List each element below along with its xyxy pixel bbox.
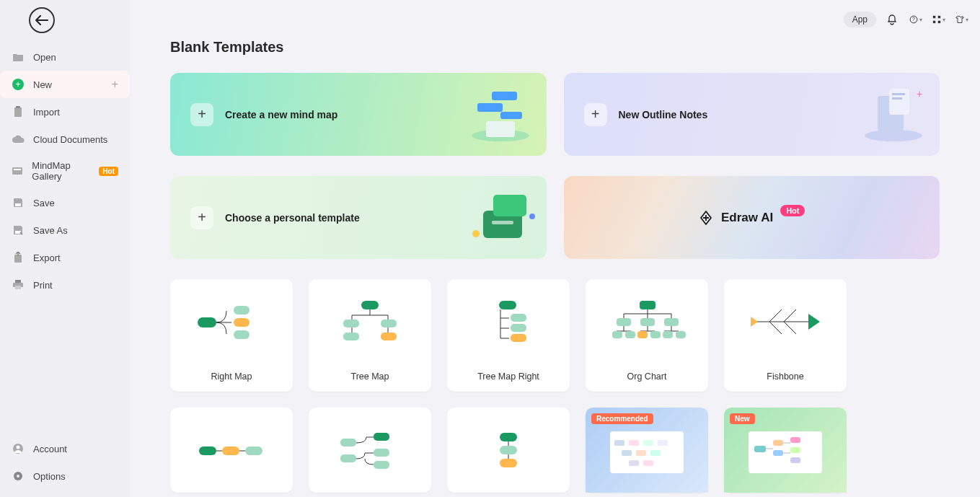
svg-rect-57: [663, 331, 673, 338]
sidebar-item-import[interactable]: Import: [0, 98, 130, 126]
template-card-recommended[interactable]: Recommended: [586, 408, 708, 493]
save-as-icon: [12, 224, 25, 237]
shirt-icon[interactable]: ▾: [955, 13, 968, 26]
template-thumb-icon: [447, 408, 570, 493]
template-tree-map-right[interactable]: Tree Map Right: [447, 279, 570, 392]
svg-rect-63: [374, 433, 389, 441]
new-badge: New: [730, 413, 755, 424]
sidebar-item-label: Export: [33, 252, 61, 263]
hero-label: New Outline Notes: [619, 109, 708, 120]
template-thumb-icon: [586, 279, 708, 364]
plus-icon: +: [190, 206, 213, 229]
svg-rect-76: [636, 450, 646, 456]
svg-point-35: [529, 214, 535, 219]
template-tree-map[interactable]: Tree Map: [309, 279, 431, 392]
svg-rect-48: [511, 334, 526, 342]
template-fishbone[interactable]: Fishbone: [724, 279, 847, 392]
sidebar-item-label: Open: [33, 52, 56, 63]
template-org-chart[interactable]: Org Chart: [586, 279, 708, 392]
help-icon[interactable]: ?▾: [909, 13, 922, 26]
hero-edraw-ai[interactable]: Edraw AI Hot: [564, 176, 940, 259]
arrow-left-icon: [35, 15, 48, 25]
hero-create-mind-map[interactable]: + Create a new mind map: [170, 73, 547, 156]
svg-rect-49: [640, 301, 655, 309]
hero-illustration-icon: [464, 185, 537, 250]
app-badge[interactable]: App: [844, 12, 876, 27]
sidebar-item-account[interactable]: Account: [0, 435, 130, 462]
folder-icon: [12, 50, 25, 63]
svg-rect-39: [234, 330, 250, 339]
template-thumb-icon: [309, 408, 431, 493]
template-thumb-icon: [447, 279, 570, 364]
hero-illustration-icon: [464, 82, 537, 146]
svg-rect-0: [14, 107, 22, 117]
svg-rect-47: [511, 324, 526, 332]
topbar: App ?▾ ▾ ▾: [844, 12, 968, 27]
sidebar-item-save[interactable]: Save: [0, 189, 130, 216]
sidebar-item-label: Import: [33, 107, 60, 118]
template-label: Org Chart: [586, 364, 708, 392]
template-label: Right Map: [170, 364, 293, 392]
hero-choose-personal-template[interactable]: + Choose a personal template: [170, 176, 547, 259]
sidebar-item-export[interactable]: Export: [0, 244, 130, 271]
plus-icon: +: [112, 78, 118, 91]
sidebar: Open + New + Import Cloud Documents Mind…: [0, 0, 130, 497]
sidebar-item-open[interactable]: Open: [0, 43, 130, 71]
template-thumb-icon: [724, 279, 847, 364]
svg-rect-22: [477, 103, 503, 112]
gear-icon: [12, 470, 25, 483]
svg-rect-75: [622, 450, 632, 456]
template-right-map[interactable]: Right Map: [170, 279, 293, 392]
svg-rect-29: [892, 97, 902, 100]
svg-rect-40: [361, 301, 379, 309]
sidebar-item-mindmap-gallery[interactable]: MindMap Gallery Hot: [0, 153, 130, 189]
svg-rect-36: [198, 317, 216, 327]
svg-rect-4: [15, 203, 21, 206]
account-icon: [12, 442, 25, 455]
hot-badge: Hot: [99, 167, 118, 176]
svg-rect-54: [625, 331, 635, 338]
svg-rect-65: [374, 449, 389, 457]
svg-rect-18: [933, 21, 935, 23]
svg-rect-19: [938, 21, 940, 23]
svg-rect-66: [374, 461, 389, 469]
svg-rect-71: [614, 440, 624, 446]
hot-pill: Hot: [780, 205, 805, 216]
svg-rect-77: [650, 450, 661, 456]
mindmap-icon: [12, 164, 23, 177]
main-content: App ?▾ ▾ ▾ Blank Templates + Create a ne…: [130, 0, 980, 497]
sidebar-item-cloud-documents[interactable]: Cloud Documents: [0, 126, 130, 153]
hero-new-outline-notes[interactable]: + New Outline Notes +: [564, 73, 940, 156]
template-thumb-icon: [170, 408, 293, 493]
svg-rect-2: [12, 167, 22, 175]
template-card-new[interactable]: New: [724, 408, 847, 493]
svg-rect-79: [643, 460, 653, 466]
plus-circle-icon: +: [12, 78, 25, 91]
sidebar-item-new[interactable]: + New +: [0, 71, 130, 98]
grid-icon[interactable]: ▾: [932, 13, 945, 26]
svg-rect-84: [790, 437, 800, 443]
svg-rect-52: [664, 318, 679, 326]
sidebar-item-print[interactable]: Print: [0, 271, 130, 299]
template-label: Tree Map: [309, 364, 431, 392]
template-card[interactable]: [447, 408, 570, 493]
chevron-down-icon: ▾: [919, 17, 922, 23]
template-card[interactable]: [170, 408, 293, 493]
hero-label: Choose a personal template: [225, 212, 360, 224]
sidebar-item-options[interactable]: Options: [0, 462, 130, 490]
sidebar-item-label: Save As: [33, 225, 68, 236]
svg-rect-67: [500, 433, 517, 441]
template-card[interactable]: [309, 408, 431, 493]
svg-rect-56: [650, 331, 661, 338]
svg-rect-17: [938, 16, 940, 18]
svg-rect-24: [500, 112, 522, 119]
template-label: Tree Map Right: [447, 364, 570, 392]
sidebar-item-save-as[interactable]: Save As: [0, 216, 130, 244]
chevron-down-icon: ▾: [966, 17, 968, 23]
svg-rect-68: [500, 446, 517, 454]
svg-point-13: [17, 475, 19, 478]
svg-point-25: [865, 130, 922, 141]
hero-illustration-icon: +: [857, 82, 930, 146]
bell-icon[interactable]: [886, 13, 899, 26]
back-button[interactable]: [29, 7, 55, 33]
